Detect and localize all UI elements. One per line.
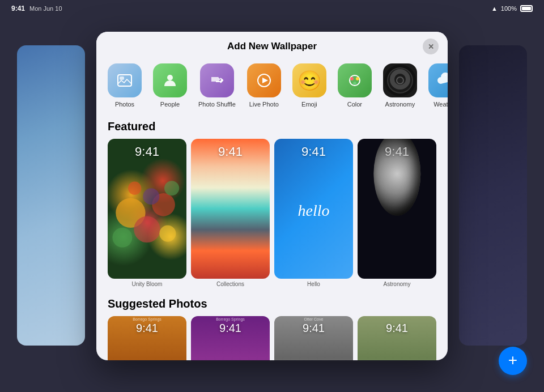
photos-icon (108, 63, 142, 97)
featured-item-collections[interactable]: 9:41 Collections (191, 139, 270, 287)
color-label: Color (347, 101, 362, 108)
suggested-photos-grid: Borrego Springs 9:41 Borrego Springs 9:4… (108, 316, 436, 360)
modal-header: Add New Wallpaper ✕ (96, 32, 448, 52)
suggested-photos-section: Suggested Photos Borrego Springs 9:41 Bo… (108, 297, 436, 360)
ipad-background: 9:41 Mon Jun 10 ▲ 100% + Add New Wallpap… (0, 0, 544, 392)
svg-point-2 (167, 75, 173, 80)
hello-thumbnail[interactable]: 9:41 hello (274, 139, 353, 279)
unity-bloom-label: Unity Bloom (108, 281, 186, 287)
svg-point-20 (143, 188, 159, 204)
close-button[interactable]: ✕ (423, 39, 439, 54)
featured-item-astronomy[interactable]: 9:41 Astronomy (358, 139, 436, 287)
modal-title: Add New Wallpaper (227, 41, 317, 52)
photos-label: Photos (115, 101, 134, 108)
photo-shuffle-label: Photo Shuffle (198, 101, 236, 108)
hello-label: Hello (274, 281, 353, 287)
suggested-photo-3[interactable]: Otter Cove 9:41 (274, 316, 353, 360)
status-bar: 9:41 Mon Jun 10 ▲ 100% (0, 5, 544, 12)
category-photos[interactable]: Photos (102, 61, 147, 110)
category-weather[interactable]: Weather (423, 61, 448, 110)
category-photo-shuffle[interactable]: Photo Shuffle (193, 61, 241, 110)
add-wallpaper-fab[interactable]: + (499, 347, 527, 375)
status-date: Mon Jun 10 (29, 5, 62, 12)
category-live-photo[interactable]: Live Photo (241, 61, 287, 110)
wallpaper-preview-left (17, 45, 85, 346)
svg-point-22 (164, 181, 179, 195)
astronomy-time: 9:41 (358, 144, 436, 159)
live-photo-label: Live Photo (249, 101, 279, 108)
category-color[interactable]: Color (332, 61, 377, 110)
hello-text: hello (274, 202, 353, 220)
suggested-photos-title: Suggested Photos (108, 297, 436, 310)
svg-marker-4 (262, 78, 268, 83)
svg-point-7 (356, 77, 359, 80)
svg-point-18 (112, 228, 132, 248)
status-time: 9:41 (11, 5, 25, 12)
fab-plus-icon: + (508, 352, 517, 368)
status-icons: ▲ 100% (491, 5, 533, 12)
suggested-photo-1[interactable]: Borrego Springs 9:41 (108, 316, 186, 360)
astronomy-thumbnail[interactable]: 9:41 (358, 139, 436, 279)
collections-time: 9:41 (191, 144, 270, 159)
category-astronomy[interactable]: Astronomy (377, 61, 423, 110)
svg-rect-0 (118, 75, 131, 86)
svg-point-6 (350, 77, 354, 80)
photo-shuffle-icon (200, 63, 234, 97)
emoji-label: Emoji (301, 101, 317, 108)
featured-item-unity-bloom[interactable]: 9:41 (108, 139, 186, 287)
emoji-icon: 😊 (292, 63, 326, 97)
featured-title: Featured (108, 120, 436, 133)
categories-row: Photos People Photo Shuffle Live Photo (96, 52, 448, 110)
category-emoji[interactable]: 😊 Emoji (287, 61, 332, 110)
svg-rect-1 (120, 76, 124, 80)
weather-label: Weather (434, 101, 448, 108)
live-photo-icon (247, 63, 281, 97)
unity-bloom-thumbnail[interactable]: 9:41 (108, 139, 186, 279)
battery-text: 100% (501, 5, 517, 12)
weather-icon (428, 63, 448, 97)
suggested-photo-4[interactable]: 9:41 (358, 316, 436, 360)
astronomy-label: Astronomy (385, 101, 415, 108)
featured-grid: 9:41 (108, 139, 436, 287)
svg-point-19 (159, 225, 176, 242)
add-wallpaper-modal: Add New Wallpaper ✕ Photos People (96, 32, 448, 360)
suggested-photo-2[interactable]: Borrego Springs 9:41 (191, 316, 270, 360)
battery-icon (520, 5, 533, 12)
color-icon (338, 63, 372, 97)
modal-scroll-content: Featured 9:41 (96, 110, 448, 360)
wallpaper-preview-right (459, 45, 527, 346)
people-label: People (160, 101, 180, 108)
astronomy-icon (383, 63, 417, 97)
featured-section: Featured 9:41 (108, 120, 436, 287)
collections-thumbnail[interactable]: 9:41 (191, 139, 270, 279)
featured-item-hello[interactable]: 9:41 hello Hello (274, 139, 353, 287)
svg-point-21 (128, 182, 141, 195)
collections-label: Collections (191, 281, 270, 287)
category-people[interactable]: People (147, 61, 193, 110)
svg-point-12 (397, 77, 403, 84)
svg-point-17 (134, 216, 160, 243)
hello-time: 9:41 (274, 144, 353, 159)
people-icon (153, 63, 187, 97)
svg-point-8 (353, 82, 356, 85)
astronomy-label-below: Astronomy (358, 281, 436, 287)
wifi-icon: ▲ (491, 5, 498, 12)
